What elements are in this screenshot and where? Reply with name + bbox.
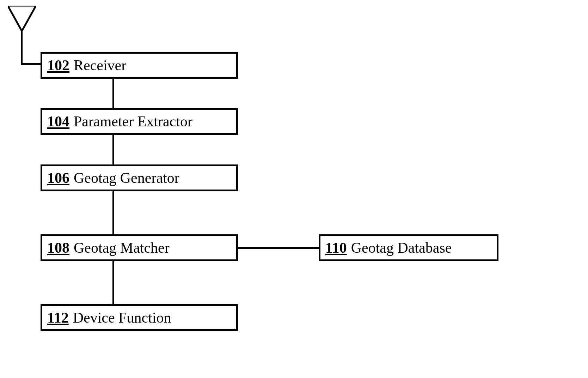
block-receiver: 102 Receiver bbox=[41, 52, 238, 79]
block-matcher: 108 Geotag Matcher bbox=[41, 234, 238, 261]
block-device-function-num: 112 bbox=[47, 310, 69, 325]
block-database-label: Geotag Database bbox=[351, 240, 452, 255]
connector-receiver-extractor bbox=[112, 79, 114, 108]
block-generator-num: 106 bbox=[47, 170, 69, 185]
antenna-icon bbox=[8, 6, 36, 31]
block-extractor-label: Parameter Extractor bbox=[74, 114, 192, 129]
connector-generator-matcher bbox=[112, 191, 114, 234]
block-extractor: 104 Parameter Extractor bbox=[41, 108, 238, 135]
block-matcher-label: Geotag Matcher bbox=[74, 240, 170, 255]
connector-matcher-devicefunction bbox=[112, 261, 114, 304]
block-extractor-num: 104 bbox=[47, 114, 69, 129]
block-database-num: 110 bbox=[325, 240, 347, 255]
antenna-to-receiver-line bbox=[21, 63, 41, 65]
antenna-stem bbox=[21, 30, 23, 65]
block-receiver-num: 102 bbox=[47, 58, 69, 73]
block-receiver-label: Receiver bbox=[74, 58, 126, 73]
connector-extractor-generator bbox=[112, 135, 114, 164]
connector-matcher-database bbox=[238, 247, 319, 249]
block-generator-label: Geotag Generator bbox=[74, 170, 179, 185]
block-database: 110 Geotag Database bbox=[319, 234, 498, 261]
block-matcher-num: 108 bbox=[47, 240, 69, 255]
block-generator: 106 Geotag Generator bbox=[41, 164, 238, 191]
block-device-function: 112 Device Function bbox=[41, 304, 238, 331]
block-device-function-label: Device Function bbox=[73, 310, 171, 325]
svg-marker-0 bbox=[8, 6, 36, 31]
diagram-canvas: 102 Receiver 104 Parameter Extractor 106… bbox=[0, 0, 588, 378]
